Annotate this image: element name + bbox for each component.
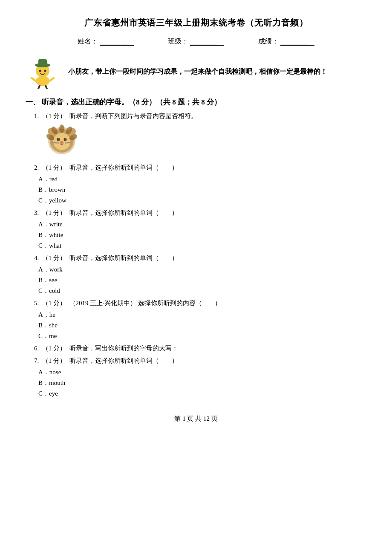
question-2-text: 2. （1 分） 听录音，选择你所听到的单词（ ）: [34, 164, 366, 172]
q7-option-c: C．eye: [34, 390, 366, 398]
svg-line-8: [38, 86, 40, 89]
svg-point-24: [59, 124, 64, 133]
question-6-text: 6. （1 分） 听录音，写出你所听到的字母的大写：________: [34, 344, 366, 353]
student-info: 姓名： ________ 班级： ________ 成绩： ________: [26, 37, 366, 46]
svg-point-16: [65, 139, 66, 139]
q5-option-b: B．she: [34, 321, 366, 330]
section-one-header: 一、 听录音，选出正确的字母。（8 分）（共 8 题；共 8 分）: [26, 97, 366, 107]
question-6: 6. （1 分） 听录音，写出你所听到的字母的大写：________: [26, 344, 366, 353]
intro-text: 小朋友，带上你一段时间的学习成果，一起来做个自我检测吧，相信你一定是最棒的！: [68, 67, 327, 76]
question-7-text: 7. （1 分） 听录音，选择你所听到的单词（ ）: [34, 357, 366, 365]
question-4-text: 4. （1 分） 听录音，选择你所听到的单词（ ）: [34, 254, 366, 262]
q5-option-a: A．he: [34, 311, 366, 319]
svg-line-7: [49, 78, 54, 81]
score-label: 成绩：: [258, 37, 279, 46]
svg-point-4: [39, 70, 41, 72]
svg-point-17: [60, 141, 63, 144]
q7-option-b: B．mouth: [34, 379, 366, 387]
name-field: 姓名： ________: [78, 37, 134, 46]
q2-option-b: B．brown: [34, 186, 366, 194]
question-7: 7. （1 分） 听录音，选择你所听到的单词（ ） A．nose B．mouth…: [26, 357, 366, 398]
q2-option-c: C．yellow: [34, 197, 366, 205]
svg-point-13: [57, 138, 60, 141]
question-5-text: 5. （1 分） （2019 三上·兴化期中） 选择你所听到的内容（ ）: [34, 299, 366, 307]
q3-option-c: C．what: [34, 242, 366, 250]
question-1: 1. （1 分） 听录音，判断下列图片与录音内容是否相符。: [26, 112, 366, 159]
svg-point-14: [64, 138, 67, 141]
question-1-text: 1. （1 分） 听录音，判断下列图片与录音内容是否相符。: [34, 112, 366, 120]
svg-point-5: [44, 70, 46, 72]
question-5: 5. （1 分） （2019 三上·兴化期中） 选择你所听到的内容（ ） A．h…: [26, 299, 366, 340]
q4-option-b: B．see: [34, 276, 366, 284]
svg-line-6: [32, 78, 36, 81]
page-footer: 第 1 页 共 12 页: [26, 415, 366, 423]
q7-option-a: A．nose: [34, 368, 366, 376]
class-blank: ________: [190, 38, 224, 46]
question-4: 4. （1 分） 听录音，选择你所听到的单词（ ） A．work B．see C…: [26, 254, 366, 295]
class-label: 班级：: [168, 37, 188, 46]
mascot-image: [26, 55, 60, 89]
question-2: 2. （1 分） 听录音，选择你所听到的单词（ ） A．red B．brown …: [26, 164, 366, 205]
q4-option-c: C．cold: [34, 287, 366, 295]
name-blank: ________: [100, 38, 134, 46]
page-title: 广东省惠州市英语三年级上册期末统考卷（无听力音频）: [26, 17, 366, 29]
name-label: 姓名：: [78, 37, 98, 46]
svg-rect-3: [38, 59, 47, 66]
question-3: 3. （1 分） 听录音，选择你所听到的单词（ ） A．write B．whit…: [26, 209, 366, 250]
q4-option-a: A．work: [34, 266, 366, 274]
q3-option-a: A．write: [34, 220, 366, 228]
lion-image: [43, 124, 366, 159]
intro-section: 小朋友，带上你一段时间的学习成果，一起来做个自我检测吧，相信你一定是最棒的！: [26, 55, 366, 89]
q5-option-c: C．me: [34, 332, 366, 340]
svg-line-9: [46, 86, 47, 89]
score-blank: ________: [280, 38, 314, 46]
svg-point-15: [58, 139, 59, 139]
question-3-text: 3. （1 分） 听录音，选择你所听到的单词（ ）: [34, 209, 366, 217]
score-field: 成绩： ________: [258, 37, 314, 46]
class-field: 班级： ________: [168, 37, 224, 46]
q3-option-b: B．white: [34, 231, 366, 239]
questions-container: 1. （1 分） 听录音，判断下列图片与录音内容是否相符。: [26, 112, 366, 398]
q2-option-a: A．red: [34, 175, 366, 183]
